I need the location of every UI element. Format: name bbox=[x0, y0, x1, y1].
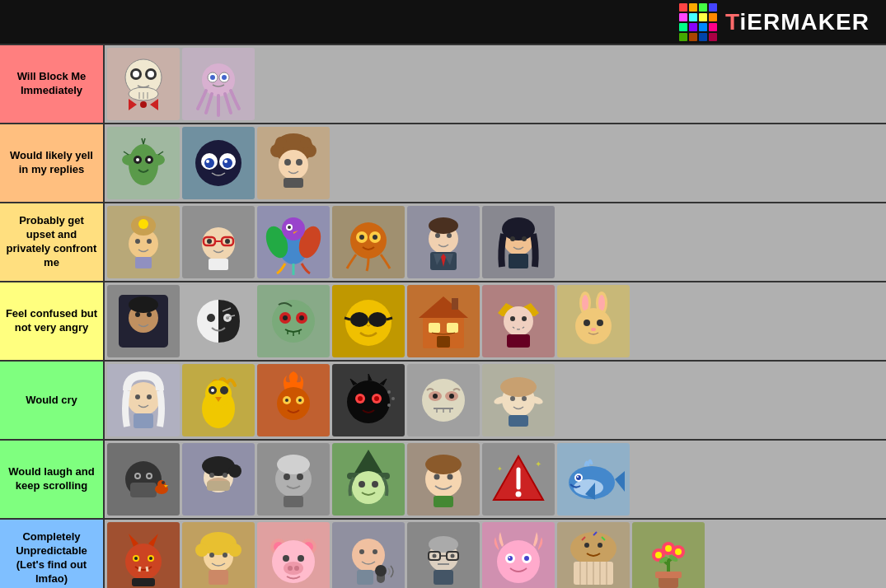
tier-items-7 bbox=[105, 520, 886, 588]
svg-point-64 bbox=[350, 222, 387, 259]
list-item[interactable] bbox=[182, 127, 255, 199]
svg-point-267 bbox=[598, 543, 602, 548]
svg-rect-81 bbox=[509, 254, 528, 268]
list-item[interactable] bbox=[332, 206, 405, 278]
list-item[interactable] bbox=[257, 285, 330, 357]
list-item[interactable] bbox=[107, 522, 180, 588]
list-item[interactable] bbox=[257, 364, 330, 436]
list-item[interactable] bbox=[257, 206, 330, 278]
svg-rect-272 bbox=[655, 572, 682, 578]
list-item[interactable] bbox=[332, 285, 405, 357]
list-item[interactable] bbox=[107, 206, 180, 278]
svg-rect-242 bbox=[375, 565, 387, 576]
svg-point-46 bbox=[138, 219, 148, 229]
svg-point-74 bbox=[435, 233, 440, 238]
svg-rect-131 bbox=[134, 413, 153, 428]
svg-rect-227 bbox=[209, 570, 228, 585]
list-item[interactable] bbox=[182, 364, 255, 436]
list-item[interactable] bbox=[182, 48, 255, 120]
svg-point-187 bbox=[297, 474, 303, 480]
list-item[interactable] bbox=[107, 127, 180, 199]
list-item[interactable] bbox=[557, 522, 630, 588]
svg-point-142 bbox=[298, 399, 302, 402]
list-item[interactable] bbox=[182, 522, 255, 588]
svg-point-78 bbox=[502, 217, 535, 240]
tier-row-4: Feel confused but not very angry bbox=[0, 282, 886, 362]
svg-rect-188 bbox=[284, 496, 303, 507]
svg-rect-111 bbox=[437, 336, 450, 348]
list-item[interactable] bbox=[257, 127, 330, 199]
svg-point-80 bbox=[522, 236, 527, 241]
tier-row-2: Would likely yell in my replies bbox=[0, 124, 886, 203]
svg-point-196 bbox=[434, 474, 440, 480]
svg-marker-9 bbox=[129, 99, 137, 110]
list-item[interactable] bbox=[182, 206, 255, 278]
list-item[interactable] bbox=[107, 285, 180, 357]
svg-point-217 bbox=[149, 557, 152, 560]
list-item[interactable] bbox=[482, 364, 555, 436]
list-item[interactable] bbox=[407, 522, 480, 588]
list-item[interactable] bbox=[407, 443, 480, 516]
list-item[interactable] bbox=[332, 522, 405, 588]
svg-point-239 bbox=[359, 549, 364, 554]
svg-rect-49 bbox=[135, 257, 152, 268]
svg-point-226 bbox=[223, 553, 227, 558]
list-item[interactable] bbox=[107, 48, 180, 120]
svg-point-223 bbox=[195, 544, 209, 557]
list-item[interactable] bbox=[332, 443, 405, 516]
svg-point-149 bbox=[391, 397, 395, 400]
svg-text:✦: ✦ bbox=[535, 460, 541, 469]
svg-point-130 bbox=[147, 394, 152, 399]
svg-point-32 bbox=[223, 158, 232, 168]
list-item[interactable] bbox=[557, 443, 630, 516]
tier-items-6: ✦ ✦ bbox=[105, 441, 886, 518]
list-item[interactable] bbox=[557, 285, 630, 357]
svg-rect-220 bbox=[132, 578, 155, 586]
svg-line-118 bbox=[521, 327, 522, 332]
svg-point-40 bbox=[279, 150, 308, 180]
svg-point-175 bbox=[162, 481, 165, 484]
svg-line-25 bbox=[158, 152, 163, 155]
list-item[interactable] bbox=[182, 285, 255, 357]
list-item[interactable] bbox=[107, 364, 180, 436]
list-item[interactable] bbox=[257, 522, 330, 588]
list-item[interactable] bbox=[407, 285, 480, 357]
svg-point-103 bbox=[368, 312, 387, 327]
tier-row-5: Would cry bbox=[0, 362, 886, 441]
svg-point-141 bbox=[285, 399, 288, 402]
svg-point-191 bbox=[352, 471, 385, 504]
list-item[interactable] bbox=[482, 285, 555, 357]
list-item[interactable] bbox=[482, 522, 555, 588]
svg-point-55 bbox=[225, 239, 230, 244]
list-item[interactable] bbox=[407, 206, 480, 278]
list-item[interactable] bbox=[482, 206, 555, 278]
svg-point-197 bbox=[448, 474, 453, 480]
svg-point-281 bbox=[665, 545, 672, 552]
svg-point-266 bbox=[584, 543, 589, 548]
svg-rect-43 bbox=[284, 178, 303, 188]
svg-point-76 bbox=[429, 217, 458, 234]
svg-point-60 bbox=[282, 217, 305, 240]
list-item[interactable] bbox=[632, 522, 705, 588]
svg-point-62 bbox=[288, 226, 291, 229]
svg-marker-189 bbox=[354, 450, 383, 474]
list-item[interactable]: ✦ ✦ bbox=[482, 443, 555, 516]
svg-point-75 bbox=[447, 233, 452, 238]
list-item[interactable] bbox=[332, 364, 405, 436]
list-item[interactable] bbox=[407, 364, 480, 436]
list-item[interactable] bbox=[182, 443, 255, 516]
svg-point-216 bbox=[134, 557, 138, 560]
svg-point-155 bbox=[449, 394, 454, 399]
svg-point-5 bbox=[148, 71, 154, 77]
svg-point-164 bbox=[510, 396, 515, 401]
svg-line-218 bbox=[139, 567, 140, 572]
tier-items-4 bbox=[105, 282, 886, 360]
svg-point-114 bbox=[504, 306, 533, 336]
svg-rect-119 bbox=[507, 334, 530, 348]
svg-point-34 bbox=[224, 160, 227, 163]
svg-point-174 bbox=[157, 480, 166, 488]
list-item[interactable] bbox=[107, 443, 180, 516]
svg-point-115 bbox=[510, 316, 515, 321]
list-item[interactable] bbox=[257, 443, 330, 516]
svg-point-250 bbox=[451, 554, 455, 558]
